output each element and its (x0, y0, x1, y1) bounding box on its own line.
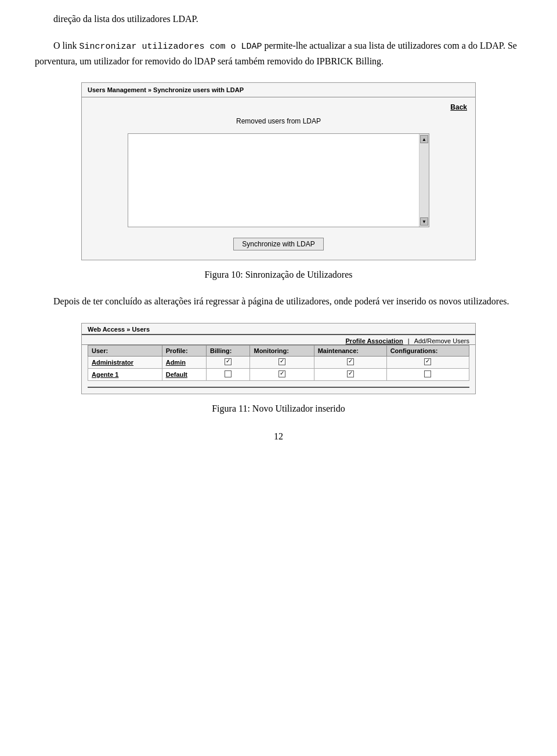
figure-11-header: Web Access » Users (82, 324, 475, 335)
intro-text-1: direção da lista dos utilizadores LDAP. (35, 12, 522, 27)
removed-users-list (128, 134, 419, 227)
after-figure-text: Depois de ter concluído as alterações ir… (35, 294, 522, 309)
tab-add-remove-users[interactable]: Add/Remove Users (414, 337, 469, 344)
cell-user: Administrator (88, 356, 162, 368)
paragraph-1: direção da lista dos utilizadores LDAP. (35, 12, 522, 27)
scroll-up-arrow[interactable]: ▲ (420, 135, 428, 143)
col-configurations: Configurations: (386, 345, 469, 356)
figure-10-body: Back Removed users from LDAP ▲ ▼ Synchro… (82, 97, 475, 260)
checkbox-cell[interactable] (207, 368, 250, 380)
checkbox-cell[interactable] (386, 368, 469, 380)
p2-prefix: O link (53, 41, 79, 50)
cell-user: Agente 1 (88, 368, 162, 380)
intro-text-2: O link Sincronizar utilizadores com o LD… (35, 38, 522, 69)
figure-11-breadcrumb: Web Access » Users (88, 326, 150, 333)
cell-profile: Default (162, 368, 206, 380)
checkbox-checked-icon[interactable] (278, 370, 285, 377)
figure-10-box: Users Management » Synchronize users wit… (81, 82, 476, 260)
checkbox-checked-icon[interactable] (278, 358, 285, 365)
paragraph-3: Depois de ter concluído as alterações ir… (35, 294, 522, 309)
figure-11-container: Web Access » Users Profile Association |… (35, 323, 522, 414)
figure-11-caption: Figura 11: Novo Utilizador inserido (35, 404, 522, 414)
figure-11-box: Web Access » Users Profile Association |… (81, 323, 476, 394)
checkbox-checked-icon[interactable] (225, 358, 232, 365)
figure-10-container: Users Management » Synchronize users wit… (35, 82, 522, 280)
scroll-down-arrow[interactable]: ▼ (420, 217, 428, 226)
tab-separator: | (408, 337, 410, 344)
removed-users-title: Removed users from LDAP (236, 115, 321, 129)
table-row: AdministratorAdmin (88, 356, 469, 368)
figure-10-header: Users Management » Synchronize users wit… (82, 83, 475, 97)
cell-profile: Admin (162, 356, 206, 368)
col-user: User: (88, 345, 162, 356)
page-number: 12 (35, 431, 522, 442)
page-content: direção da lista dos utilizadores LDAP. … (35, 12, 522, 442)
back-link[interactable]: Back (88, 103, 467, 111)
tab-bar: Profile Association | Add/Remove Users (82, 335, 475, 345)
col-maintenance: Maintenance: (314, 345, 386, 356)
users-table-container: User: Profile: Billing: Monitoring: Main… (82, 345, 475, 387)
checkbox-cell[interactable] (207, 356, 250, 368)
checkbox-cell[interactable] (250, 368, 314, 380)
checkbox-cell[interactable] (250, 356, 314, 368)
removed-users-box: ▲ ▼ (128, 133, 429, 227)
col-billing: Billing: (207, 345, 250, 356)
checkbox-cell[interactable] (314, 368, 386, 380)
users-table: User: Profile: Billing: Monitoring: Main… (88, 345, 469, 381)
figure-10-breadcrumb: Users Management » Synchronize users wit… (88, 86, 244, 93)
table-row: Agente 1Default (88, 368, 469, 380)
checkbox-checked-icon[interactable] (347, 370, 354, 377)
paragraph-2: O link Sincronizar utilizadores com o LD… (35, 38, 522, 69)
checkbox-checked-icon[interactable] (347, 358, 354, 365)
table-header-row: User: Profile: Billing: Monitoring: Main… (88, 345, 469, 356)
col-monitoring: Monitoring: (250, 345, 314, 356)
checkbox-unchecked-icon[interactable] (424, 370, 431, 377)
checkbox-cell[interactable] (386, 356, 469, 368)
checkbox-cell[interactable] (314, 356, 386, 368)
scrollbar: ▲ ▼ (419, 134, 429, 227)
checkbox-unchecked-icon[interactable] (225, 370, 232, 377)
figure-10-caption: Figura 10: Sinronização de Utilizadores (35, 270, 522, 280)
tab-profile-association[interactable]: Profile Association (346, 337, 403, 344)
ldap-sync-panel: Removed users from LDAP ▲ ▼ Synchronize … (88, 115, 469, 254)
p2-code: Sincronizar utilizadores com o LDAP (79, 42, 262, 52)
checkbox-checked-icon[interactable] (424, 358, 431, 365)
col-profile: Profile: (162, 345, 206, 356)
synchronize-button[interactable]: Synchronize with LDAP (233, 238, 323, 250)
